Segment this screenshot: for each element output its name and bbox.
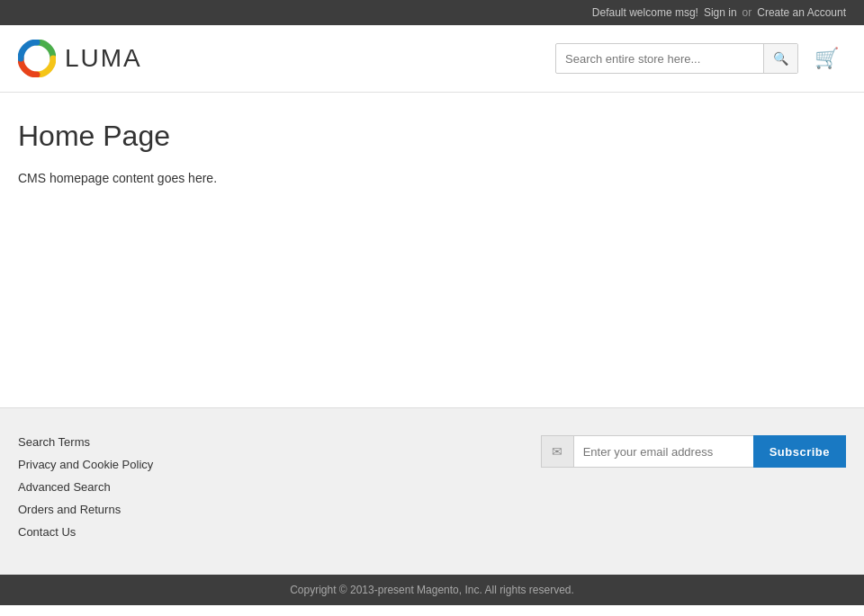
footer-link[interactable]: Search Terms	[18, 435, 153, 449]
top-bar: Default welcome msg! Sign in or Create a…	[0, 0, 864, 25]
page-title: Home Page	[18, 120, 846, 153]
logo-text: LUMA	[65, 44, 142, 73]
header: LUMA 🔍 🛒	[0, 25, 864, 93]
logo[interactable]: LUMA	[18, 40, 142, 77]
search-form: 🔍	[555, 43, 798, 74]
email-icon: ✉	[552, 444, 562, 459]
footer: Search TermsPrivacy and Cookie PolicyAdv…	[0, 407, 864, 575]
footer-copyright: Copyright © 2013-present Magento, Inc. A…	[0, 575, 864, 605]
footer-inner: Search TermsPrivacy and Cookie PolicyAdv…	[18, 435, 846, 539]
signin-link[interactable]: Sign in	[704, 6, 737, 19]
header-right: 🔍 🛒	[555, 43, 846, 74]
footer-link[interactable]: Advanced Search	[18, 480, 153, 494]
footer-link[interactable]: Contact Us	[18, 525, 153, 539]
search-button[interactable]: 🔍	[763, 43, 797, 74]
cart-button[interactable]: 🛒	[807, 43, 846, 74]
footer-links: Search TermsPrivacy and Cookie PolicyAdv…	[18, 435, 153, 539]
cart-icon: 🛒	[814, 47, 839, 69]
page-content: CMS homepage content goes here.	[18, 171, 846, 185]
welcome-message: Default welcome msg!	[592, 6, 698, 19]
subscribe-button[interactable]: Subscribe	[753, 435, 846, 468]
email-icon-wrapper: ✉	[541, 435, 573, 468]
footer-link[interactable]: Privacy and Cookie Policy	[18, 458, 153, 471]
newsletter-input[interactable]	[573, 435, 753, 468]
logo-icon	[18, 40, 56, 77]
copyright-text: Copyright © 2013-present Magento, Inc. A…	[290, 584, 574, 596]
footer-link[interactable]: Orders and Returns	[18, 503, 153, 516]
separator: or	[742, 6, 752, 19]
main-content: Home Page CMS homepage content goes here…	[0, 93, 864, 407]
create-account-link[interactable]: Create an Account	[757, 6, 846, 19]
search-icon: 🔍	[773, 51, 788, 66]
search-input[interactable]	[556, 47, 763, 71]
newsletter-area: ✉ Subscribe	[541, 435, 846, 468]
